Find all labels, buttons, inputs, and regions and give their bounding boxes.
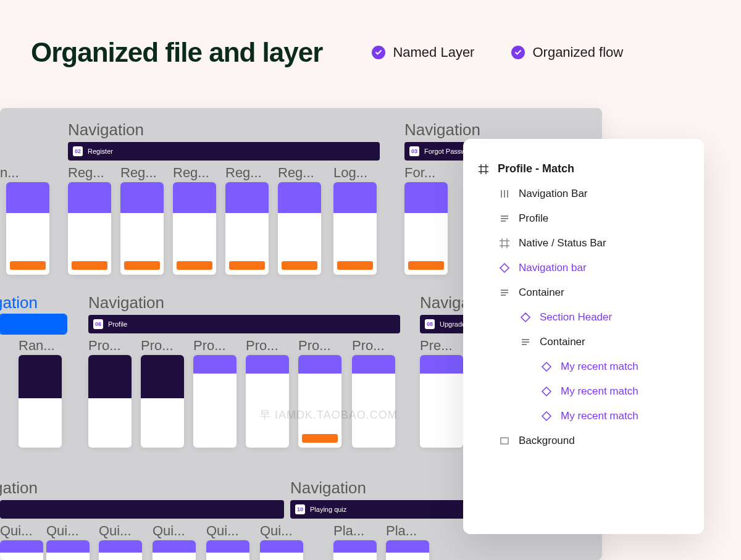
section-label: Navigation: [68, 120, 144, 140]
frame-label[interactable]: Reg...: [278, 165, 314, 181]
frame-label[interactable]: Pre...: [420, 338, 453, 354]
layers-panel: Profile - Match Navigation BarProfileNat…: [463, 139, 704, 534]
frame-label[interactable]: Pla...: [386, 523, 417, 539]
frame-label[interactable]: For...: [404, 165, 435, 181]
layer-label: Native / Status Bar: [519, 237, 606, 249]
layer-label: Profile - Match: [498, 162, 574, 175]
flow-number: 03: [409, 146, 419, 156]
screen-thumbnail[interactable]: [19, 355, 62, 448]
screen-thumbnail[interactable]: [260, 540, 303, 560]
screen-thumbnail[interactable]: [141, 355, 184, 448]
flow-bar[interactable]: [0, 500, 284, 519]
flow-bar[interactable]: 06Profile: [88, 315, 400, 333]
frame-label[interactable]: Pro...: [88, 338, 121, 354]
screen-thumbnail[interactable]: [246, 355, 289, 448]
flow-bar[interactable]: [0, 315, 66, 333]
frame-label[interactable]: Pro...: [193, 338, 226, 354]
badge-group: Named Layer Organized flow: [372, 44, 623, 61]
screen-thumbnail[interactable]: [193, 355, 237, 448]
layer-label: Container: [540, 336, 585, 348]
layer-row[interactable]: Container: [463, 280, 704, 305]
frame-label[interactable]: Pro...: [298, 338, 331, 354]
layer-row[interactable]: Native / Status Bar: [463, 231, 704, 256]
frame-label[interactable]: Log...: [333, 165, 367, 181]
frame-label[interactable]: Reg...: [68, 165, 104, 181]
layer-label: Profile: [519, 212, 548, 225]
frame-label[interactable]: Qui...: [46, 523, 79, 539]
section-label: Navigation: [290, 479, 366, 498]
frame-label[interactable]: Qui...: [0, 523, 33, 539]
svg-rect-0: [501, 438, 508, 444]
diamond-icon: [541, 411, 552, 422]
flow-number: 08: [425, 319, 435, 329]
diamond-icon: [499, 262, 510, 274]
bars-v-icon: [499, 188, 510, 199]
layer-row[interactable]: My recent match: [463, 404, 704, 428]
screen-thumbnail[interactable]: [68, 182, 111, 275]
frame-label[interactable]: n...: [0, 165, 19, 181]
layer-row[interactable]: My recent match: [463, 354, 704, 379]
screen-thumbnail[interactable]: [173, 182, 216, 275]
frame-label[interactable]: Reg...: [225, 165, 262, 181]
screen-thumbnail[interactable]: [0, 540, 43, 560]
flow-label: Playing quiz: [310, 506, 346, 513]
screen-thumbnail[interactable]: [404, 182, 448, 275]
diamond-icon: [520, 312, 531, 323]
frame-label[interactable]: Qui...: [206, 523, 239, 539]
bars-h-icon: [499, 287, 510, 298]
frame-label[interactable]: Reg...: [173, 165, 209, 181]
frame-label[interactable]: Ran...: [19, 338, 55, 354]
layer-row[interactable]: Background: [463, 428, 704, 453]
layer-row[interactable]: Section Header: [463, 305, 704, 330]
rect-icon: [499, 435, 510, 446]
screen-thumbnail[interactable]: [420, 355, 463, 448]
screen-thumbnail[interactable]: [298, 355, 341, 448]
layer-label: Navigation bar: [519, 262, 587, 274]
layer-label: Background: [519, 435, 575, 447]
screen-thumbnail[interactable]: [88, 355, 132, 448]
page-title: Organized file and layer: [31, 37, 322, 68]
screen-thumbnail[interactable]: [352, 355, 395, 448]
flow-label: Register: [88, 148, 113, 155]
section-label: gation: [0, 479, 38, 498]
flow-label: Upgrade: [440, 320, 466, 328]
screen-thumbnail[interactable]: [386, 540, 429, 560]
flow-bar[interactable]: 02Register: [68, 142, 380, 161]
frame-label[interactable]: Qui...: [260, 523, 293, 539]
diamond-icon: [541, 361, 552, 372]
frame-label[interactable]: Pla...: [333, 523, 364, 539]
frame-label[interactable]: Pro...: [352, 338, 385, 354]
flow-label: Profile: [108, 320, 127, 328]
frame-label[interactable]: Qui...: [99, 523, 132, 539]
frame-label[interactable]: Reg...: [120, 165, 157, 181]
screen-thumbnail[interactable]: [225, 182, 269, 275]
layer-label: My recent match: [561, 410, 638, 422]
screen-thumbnail[interactable]: [120, 182, 164, 275]
layer-label: My recent match: [561, 385, 638, 398]
badge-named-layer: Named Layer: [372, 44, 474, 61]
check-icon: [372, 46, 385, 59]
section-label: Navigation: [404, 120, 480, 140]
screen-thumbnail[interactable]: [6, 182, 49, 275]
screen-thumbnail[interactable]: [278, 182, 321, 275]
flow-label: Forgot Passw: [424, 148, 466, 155]
frame-label[interactable]: Pro...: [246, 338, 278, 354]
layer-row[interactable]: Navigation Bar: [463, 182, 704, 206]
layer-row[interactable]: Navigation bar: [463, 256, 704, 280]
layer-row[interactable]: Container: [463, 330, 704, 354]
flow-number: 02: [73, 146, 83, 156]
screen-thumbnail[interactable]: [206, 540, 249, 560]
layer-label: Navigation Bar: [519, 188, 588, 200]
screen-thumbnail[interactable]: [46, 540, 90, 560]
frame-label[interactable]: Qui...: [153, 523, 185, 539]
layer-row[interactable]: Profile: [463, 206, 704, 231]
screen-thumbnail[interactable]: [99, 540, 142, 560]
layer-root[interactable]: Profile - Match: [463, 156, 704, 182]
bars-h-icon: [520, 336, 531, 348]
frame-label[interactable]: Pro...: [141, 338, 174, 354]
screen-thumbnail[interactable]: [333, 540, 377, 560]
screen-thumbnail[interactable]: [333, 182, 377, 275]
badge-label: Organized flow: [532, 44, 623, 61]
screen-thumbnail[interactable]: [153, 540, 196, 560]
layer-row[interactable]: My recent match: [463, 379, 704, 404]
